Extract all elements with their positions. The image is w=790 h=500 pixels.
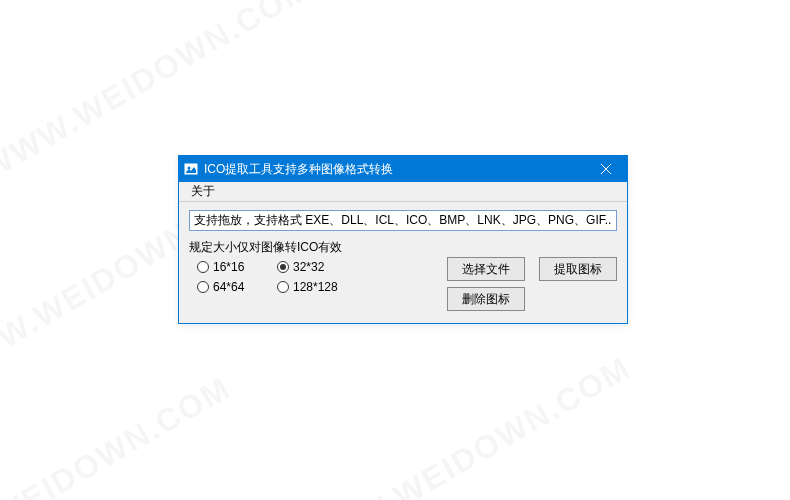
app-icon <box>183 161 199 177</box>
watermark-text: WWW.WEIDOWN.COM <box>296 349 638 500</box>
button-column: 选择文件 提取图标 删除图标 <box>447 257 617 311</box>
radio-128x128[interactable]: 128*128 <box>277 280 377 294</box>
radio-circle-icon <box>277 281 289 293</box>
select-file-button[interactable]: 选择文件 <box>447 257 525 281</box>
radio-32x32[interactable]: 32*32 <box>277 260 377 274</box>
radio-label: 128*128 <box>293 280 338 294</box>
format-hint-input[interactable] <box>189 210 617 231</box>
radio-circle-icon <box>277 261 289 273</box>
radio-label: 16*16 <box>213 260 244 274</box>
size-group: 规定大小仅对图像转ICO有效 16*16 32*32 64*64 <box>189 239 439 294</box>
radio-16x16[interactable]: 16*16 <box>197 260 277 274</box>
radio-64x64[interactable]: 64*64 <box>197 280 277 294</box>
radio-label: 64*64 <box>213 280 244 294</box>
content-area: 规定大小仅对图像转ICO有效 16*16 32*32 64*64 <box>179 202 627 323</box>
watermark-text: WWW.WEIDOWN.COM <box>0 369 237 500</box>
close-button[interactable] <box>585 156 627 182</box>
radio-circle-icon <box>197 261 209 273</box>
menubar: 关于 <box>179 182 627 202</box>
window-title: ICO提取工具支持多种图像格式转换 <box>204 161 585 178</box>
size-group-label: 规定大小仅对图像转ICO有效 <box>189 239 439 256</box>
radio-circle-icon <box>197 281 209 293</box>
extract-icon-button[interactable]: 提取图标 <box>539 257 617 281</box>
titlebar[interactable]: ICO提取工具支持多种图像格式转换 <box>179 156 627 182</box>
delete-icon-button[interactable]: 删除图标 <box>447 287 525 311</box>
app-window: ICO提取工具支持多种图像格式转换 关于 规定大小仅对图像转ICO有效 16*1… <box>178 155 628 324</box>
radio-label: 32*32 <box>293 260 324 274</box>
menu-about[interactable]: 关于 <box>185 181 221 202</box>
